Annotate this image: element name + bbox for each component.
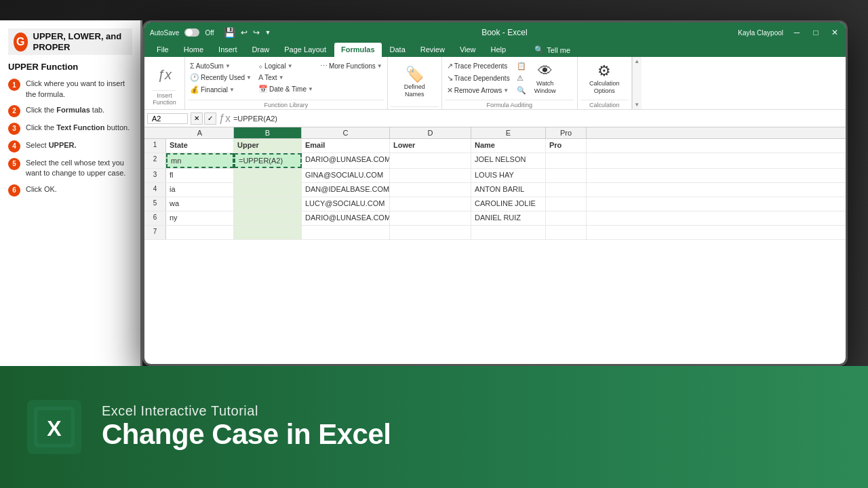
scroll-down-icon[interactable]: ▼ [634,102,639,108]
name-box[interactable]: A2 [147,113,188,124]
cell-D2[interactable] [390,153,471,168]
cell-E1[interactable]: Name [471,139,546,152]
insert-function-button[interactable]: ƒx [153,65,177,85]
financial-button[interactable]: 💰 Financial ▼ [188,84,254,96]
quick-access-dropdown[interactable]: ▼ [265,29,271,36]
tab-home[interactable]: Home [177,43,210,57]
ribbon-scroll[interactable]: ▲ ▼ [632,57,642,109]
cell-C4[interactable]: DAN@IDEALBASE.COM [302,183,390,197]
cell-B5[interactable] [234,197,302,211]
show-formulas-button[interactable]: 📋 [515,60,528,72]
cell-B6[interactable] [234,211,302,225]
minimize-button[interactable]: ─ [791,27,802,38]
tab-page-layout[interactable]: Page Layout [277,43,333,57]
cell-E6[interactable]: DANIEL RUIZ [471,211,546,225]
autosave-toggle[interactable] [184,28,199,37]
cell-C2[interactable]: DARIO@LUNASEA.COM [302,153,390,168]
more-functions-dropdown[interactable]: ▼ [377,63,382,69]
cell-D5[interactable] [390,197,471,211]
cell-A7[interactable] [166,226,234,239]
cell-A5[interactable]: wa [166,197,234,211]
col-header-F[interactable]: Pro [546,127,587,138]
cell-D3[interactable] [390,169,471,182]
cell-F2[interactable] [546,153,587,168]
autosum-button[interactable]: Σ AutoSum ▼ [188,60,254,71]
cell-F4[interactable] [546,183,587,197]
cell-E5[interactable]: CAROLINE JOLIE [471,197,546,211]
tab-file[interactable]: File [150,43,176,57]
cancel-formula-button[interactable]: ✕ [191,113,203,125]
close-button[interactable]: ✕ [829,27,840,38]
restore-button[interactable]: □ [810,27,821,38]
evaluate-formula-button[interactable]: 🔍 [515,85,528,96]
cell-D4[interactable] [390,183,471,197]
logical-dropdown[interactable]: ▼ [288,63,293,69]
cell-C1[interactable]: Email [302,139,390,152]
cell-E7[interactable] [471,226,546,239]
tab-insert[interactable]: Insert [212,43,244,57]
defined-names-group-label [391,106,439,109]
remove-arrows-dropdown[interactable]: ▼ [503,87,509,94]
tab-review[interactable]: Review [414,43,452,57]
calculation-options-button[interactable]: ⚙ CalculationOptions [586,62,623,97]
col-header-B[interactable]: B [234,127,302,138]
cell-B3[interactable] [234,169,302,182]
trace-dependents-button[interactable]: ↘ Trace Dependents [445,73,512,84]
autosum-dropdown[interactable]: ▼ [225,63,231,69]
cell-F5[interactable] [546,197,587,211]
cell-F3[interactable] [546,169,587,182]
cell-B4[interactable] [234,183,302,197]
cell-F6[interactable] [546,211,587,225]
trace-precedents-button[interactable]: ↗ Trace Precedents [445,60,512,72]
cell-A1[interactable]: State [166,139,234,152]
cell-D7[interactable] [390,226,471,239]
recently-used-button[interactable]: 🕐 Recently Used ▼ [188,72,254,83]
cell-F7[interactable] [546,226,587,239]
text-button[interactable]: A Text ▼ [256,72,315,83]
date-time-button[interactable]: 📅 Date & Time ▼ [256,83,315,95]
tab-help[interactable]: Help [484,43,513,57]
cell-A4[interactable]: ia [166,183,234,197]
col-header-D[interactable]: D [390,127,471,138]
scroll-up-icon[interactable]: ▲ [634,58,639,64]
cell-D1[interactable]: Lower [390,139,471,152]
tab-draw[interactable]: Draw [245,43,277,57]
confirm-formula-button[interactable]: ✓ [204,113,216,125]
date-time-dropdown[interactable]: ▼ [308,86,313,92]
col-header-C[interactable]: C [302,127,390,138]
text-dropdown[interactable]: ▼ [279,75,284,81]
cell-E2[interactable]: JOEL NELSON [471,153,546,168]
redo-icon[interactable]: ↪ [253,28,260,37]
cell-D6[interactable] [390,211,471,225]
remove-arrows-button[interactable]: ✕ Remove Arrows ▼ [445,85,512,96]
cell-A2[interactable]: mn [166,153,234,168]
cell-B1[interactable]: Upper [234,139,302,152]
logical-button[interactable]: ⬦ Logical ▼ [256,60,315,71]
cell-C5[interactable]: LUCY@SOCIALU.COM [302,197,390,211]
cell-E4[interactable]: ANTON BARIL [471,183,546,197]
defined-names-button[interactable]: 🏷️ DefinedNames [401,65,429,100]
cell-C7[interactable] [302,226,390,239]
cell-B2[interactable]: =UPPER(A2) [234,153,302,168]
financial-dropdown[interactable]: ▼ [229,87,235,93]
cell-C6[interactable]: DARIO@LUNASEA.COM [302,211,390,225]
tab-formulas[interactable]: Formulas [334,43,382,57]
watch-window-button[interactable]: 👁 WatchWindow [531,62,559,97]
cell-A3[interactable]: fl [166,169,234,182]
tab-tell-me[interactable]: 🔍 Tell me [528,43,577,57]
cell-A6[interactable]: ny [166,211,234,225]
col-header-E[interactable]: E [471,127,546,138]
error-checking-button[interactable]: ⚠ [515,73,528,84]
formula-input[interactable] [233,115,843,123]
recently-used-dropdown[interactable]: ▼ [246,75,252,81]
cell-B7[interactable] [234,226,302,239]
cell-E3[interactable]: LOUIS HAY [471,169,546,182]
cell-F1[interactable]: Pro [546,139,587,152]
undo-icon[interactable]: ↩ [241,28,248,37]
tab-view[interactable]: View [453,43,483,57]
save-icon[interactable]: 💾 [224,27,235,38]
tab-data[interactable]: Data [383,43,412,57]
more-functions-button[interactable]: ⋯ More Functions ▼ [318,60,384,72]
col-header-A[interactable]: A [166,127,234,138]
cell-C3[interactable]: GINA@SOCIALU.COM [302,169,390,182]
